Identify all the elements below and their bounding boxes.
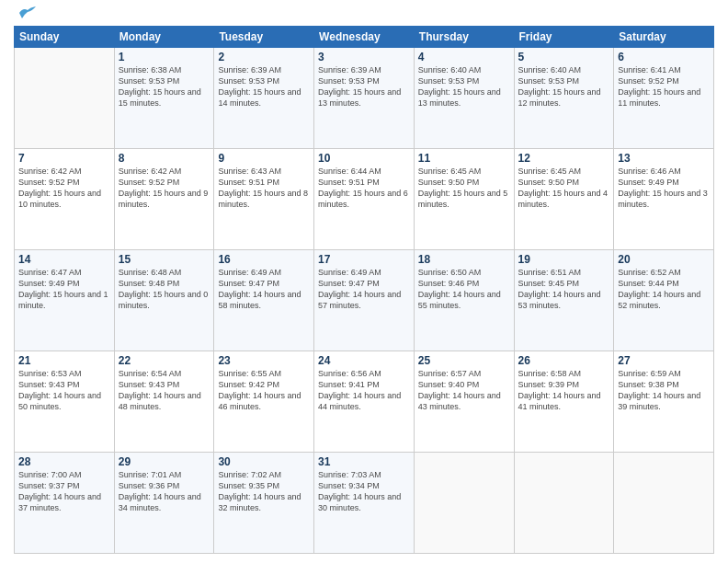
day-number: 13 xyxy=(618,152,710,165)
cell-info: Sunrise: 6:38 AMSunset: 9:53 PMDaylight:… xyxy=(119,64,210,109)
cell-info: Sunrise: 6:43 AMSunset: 9:51 PMDaylight:… xyxy=(218,166,310,211)
cell-info: Sunrise: 6:39 AMSunset: 9:53 PMDaylight:… xyxy=(218,64,310,109)
calendar-cell: 11Sunrise: 6:45 AMSunset: 9:50 PMDayligh… xyxy=(414,149,514,250)
day-number: 19 xyxy=(518,253,610,266)
day-number: 25 xyxy=(418,354,510,367)
week-row-2: 7Sunrise: 6:42 AMSunset: 9:52 PMDaylight… xyxy=(15,149,714,250)
day-number: 1 xyxy=(119,51,210,63)
cell-info: Sunrise: 7:02 AMSunset: 9:35 PMDaylight:… xyxy=(218,469,310,514)
day-number: 31 xyxy=(318,455,410,468)
cell-info: Sunrise: 6:45 AMSunset: 9:50 PMDaylight:… xyxy=(518,166,610,211)
day-number: 29 xyxy=(119,455,210,468)
day-number: 5 xyxy=(518,51,610,63)
day-number: 3 xyxy=(318,51,410,63)
day-number: 8 xyxy=(119,152,210,165)
cell-info: Sunrise: 6:46 AMSunset: 9:49 PMDaylight:… xyxy=(618,166,710,211)
page: SundayMondayTuesdayWednesdayThursdayFrid… xyxy=(0,0,728,563)
calendar-cell: 27Sunrise: 6:59 AMSunset: 9:38 PMDayligh… xyxy=(614,351,714,453)
day-header-friday: Friday xyxy=(514,27,614,48)
day-number: 14 xyxy=(18,253,110,266)
calendar-cell: 4Sunrise: 6:40 AMSunset: 9:53 PMDaylight… xyxy=(414,48,514,149)
day-number: 4 xyxy=(418,51,510,63)
calendar-cell: 24Sunrise: 6:56 AMSunset: 9:41 PMDayligh… xyxy=(314,351,415,453)
cell-info: Sunrise: 6:41 AMSunset: 9:52 PMDaylight:… xyxy=(618,64,710,109)
calendar-cell: 15Sunrise: 6:48 AMSunset: 9:48 PMDayligh… xyxy=(114,250,214,351)
cell-info: Sunrise: 6:42 AMSunset: 9:52 PMDaylight:… xyxy=(119,166,210,211)
calendar-cell: 22Sunrise: 6:54 AMSunset: 9:43 PMDayligh… xyxy=(114,351,214,453)
calendar-cell: 29Sunrise: 7:01 AMSunset: 9:36 PMDayligh… xyxy=(114,453,214,554)
calendar-cell: 28Sunrise: 7:00 AMSunset: 9:37 PMDayligh… xyxy=(15,453,115,554)
day-number: 9 xyxy=(218,152,310,165)
calendar-cell: 21Sunrise: 6:53 AMSunset: 9:43 PMDayligh… xyxy=(15,351,115,453)
cell-info: Sunrise: 6:44 AMSunset: 9:51 PMDaylight:… xyxy=(318,166,410,211)
week-row-5: 28Sunrise: 7:00 AMSunset: 9:37 PMDayligh… xyxy=(15,453,714,554)
cell-info: Sunrise: 6:40 AMSunset: 9:53 PMDaylight:… xyxy=(518,64,610,109)
calendar: SundayMondayTuesdayWednesdayThursdayFrid… xyxy=(14,26,714,554)
calendar-cell xyxy=(15,48,115,149)
cell-info: Sunrise: 7:01 AMSunset: 9:36 PMDaylight:… xyxy=(119,469,210,514)
calendar-cell: 5Sunrise: 6:40 AMSunset: 9:53 PMDaylight… xyxy=(514,48,614,149)
calendar-cell: 1Sunrise: 6:38 AMSunset: 9:53 PMDaylight… xyxy=(114,48,214,149)
cell-info: Sunrise: 6:39 AMSunset: 9:53 PMDaylight:… xyxy=(318,64,410,109)
cell-info: Sunrise: 7:03 AMSunset: 9:34 PMDaylight:… xyxy=(318,469,410,514)
calendar-body: 1Sunrise: 6:38 AMSunset: 9:53 PMDaylight… xyxy=(15,48,714,554)
cell-info: Sunrise: 6:55 AMSunset: 9:42 PMDaylight:… xyxy=(218,368,310,413)
calendar-cell: 3Sunrise: 6:39 AMSunset: 9:53 PMDaylight… xyxy=(314,48,415,149)
calendar-cell: 7Sunrise: 6:42 AMSunset: 9:52 PMDaylight… xyxy=(15,149,115,250)
calendar-cell: 26Sunrise: 6:58 AMSunset: 9:39 PMDayligh… xyxy=(514,351,614,453)
cell-info: Sunrise: 6:40 AMSunset: 9:53 PMDaylight:… xyxy=(418,64,510,109)
cell-info: Sunrise: 6:45 AMSunset: 9:50 PMDaylight:… xyxy=(418,166,510,211)
day-number: 7 xyxy=(18,152,110,165)
day-number: 21 xyxy=(18,354,110,367)
logo-bird-icon xyxy=(17,6,38,20)
day-header-tuesday: Tuesday xyxy=(214,27,314,48)
calendar-cell: 20Sunrise: 6:52 AMSunset: 9:44 PMDayligh… xyxy=(614,250,714,351)
calendar-cell: 25Sunrise: 6:57 AMSunset: 9:40 PMDayligh… xyxy=(414,351,514,453)
calendar-cell: 23Sunrise: 6:55 AMSunset: 9:42 PMDayligh… xyxy=(214,351,314,453)
cell-info: Sunrise: 7:00 AMSunset: 9:37 PMDaylight:… xyxy=(18,469,110,514)
cell-info: Sunrise: 6:49 AMSunset: 9:47 PMDaylight:… xyxy=(318,267,410,312)
day-header-saturday: Saturday xyxy=(614,27,714,48)
cell-info: Sunrise: 6:48 AMSunset: 9:48 PMDaylight:… xyxy=(119,267,210,312)
cell-info: Sunrise: 6:56 AMSunset: 9:41 PMDaylight:… xyxy=(318,368,410,413)
calendar-cell: 16Sunrise: 6:49 AMSunset: 9:47 PMDayligh… xyxy=(214,250,314,351)
day-header-sunday: Sunday xyxy=(15,27,115,48)
calendar-cell: 14Sunrise: 6:47 AMSunset: 9:49 PMDayligh… xyxy=(15,250,115,351)
calendar-cell: 6Sunrise: 6:41 AMSunset: 9:52 PMDaylight… xyxy=(614,48,714,149)
day-number: 24 xyxy=(318,354,410,367)
day-number: 17 xyxy=(318,253,410,266)
day-number: 15 xyxy=(119,253,210,266)
day-number: 23 xyxy=(218,354,310,367)
week-row-1: 1Sunrise: 6:38 AMSunset: 9:53 PMDaylight… xyxy=(15,48,714,149)
calendar-cell: 13Sunrise: 6:46 AMSunset: 9:49 PMDayligh… xyxy=(614,149,714,250)
calendar-cell xyxy=(514,453,614,554)
cell-info: Sunrise: 6:59 AMSunset: 9:38 PMDaylight:… xyxy=(618,368,710,413)
cell-info: Sunrise: 6:54 AMSunset: 9:43 PMDaylight:… xyxy=(119,368,210,413)
calendar-cell: 31Sunrise: 7:03 AMSunset: 9:34 PMDayligh… xyxy=(314,453,415,554)
calendar-cell xyxy=(414,453,514,554)
day-number: 26 xyxy=(518,354,610,367)
calendar-cell: 9Sunrise: 6:43 AMSunset: 9:51 PMDaylight… xyxy=(214,149,314,250)
day-number: 28 xyxy=(18,455,110,468)
cell-info: Sunrise: 6:57 AMSunset: 9:40 PMDaylight:… xyxy=(418,368,510,413)
day-number: 20 xyxy=(618,253,710,266)
day-number: 11 xyxy=(418,152,510,165)
cell-info: Sunrise: 6:53 AMSunset: 9:43 PMDaylight:… xyxy=(18,368,110,413)
calendar-cell: 17Sunrise: 6:49 AMSunset: 9:47 PMDayligh… xyxy=(314,250,415,351)
day-number: 22 xyxy=(119,354,210,367)
day-number: 2 xyxy=(218,51,310,63)
day-number: 27 xyxy=(618,354,710,367)
calendar-cell: 8Sunrise: 6:42 AMSunset: 9:52 PMDaylight… xyxy=(114,149,214,250)
cell-info: Sunrise: 6:58 AMSunset: 9:39 PMDaylight:… xyxy=(518,368,610,413)
header-row: SundayMondayTuesdayWednesdayThursdayFrid… xyxy=(15,27,714,48)
logo xyxy=(14,9,38,20)
calendar-header: SundayMondayTuesdayWednesdayThursdayFrid… xyxy=(15,27,714,48)
cell-info: Sunrise: 6:51 AMSunset: 9:45 PMDaylight:… xyxy=(518,267,610,312)
header xyxy=(14,9,714,20)
week-row-4: 21Sunrise: 6:53 AMSunset: 9:43 PMDayligh… xyxy=(15,351,714,453)
day-number: 12 xyxy=(518,152,610,165)
day-header-wednesday: Wednesday xyxy=(314,27,415,48)
calendar-cell: 19Sunrise: 6:51 AMSunset: 9:45 PMDayligh… xyxy=(514,250,614,351)
calendar-cell xyxy=(614,453,714,554)
cell-info: Sunrise: 6:52 AMSunset: 9:44 PMDaylight:… xyxy=(618,267,710,312)
